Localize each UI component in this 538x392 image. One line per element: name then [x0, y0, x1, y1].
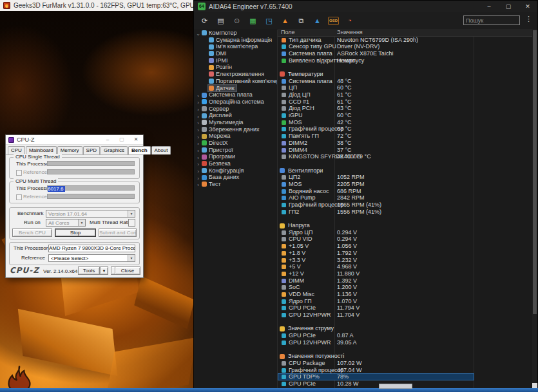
tab[interactable]: About	[151, 146, 171, 154]
sensor-row[interactable]: Пам'ять ГП 72 °C	[278, 133, 474, 140]
cpuz-titlebar[interactable]: CPU-Z – ▢ ✕	[6, 135, 143, 145]
sensor-row[interactable]: DIMM4 37 °C	[278, 147, 474, 154]
tab[interactable]: SPD	[83, 146, 100, 154]
tree-item[interactable]: ⌄Комп'ютер	[194, 30, 277, 37]
toolbar-icon[interactable]: OSD	[328, 17, 339, 25]
toolbar-icon[interactable]: ▲	[280, 15, 291, 26]
sensor-row[interactable]: Сенсор типу GPU Driver (NV-DRV)	[278, 43, 474, 50]
tree-expander-icon[interactable]: ⌄	[195, 31, 201, 38]
submit-compare-button[interactable]: Submit and Compare	[99, 229, 137, 237]
tools-button[interactable]: Tools	[78, 266, 100, 275]
sensor-row[interactable]: Водяний насос 686 RPM	[278, 188, 474, 195]
sensor-row[interactable]: +1.05 V 1.056 V	[278, 243, 474, 250]
sensor-row[interactable]: ЦП2 1052 RPM	[278, 174, 474, 181]
tree-item[interactable]: Розгін	[194, 64, 277, 71]
tab[interactable]: Graphics	[101, 146, 128, 154]
aida64-titlebar[interactable]: 64 AIDA64 Engineer v7.65.7400 – ▢ ✕	[194, 1, 537, 12]
tree-item[interactable]: Датчик	[194, 85, 277, 92]
tree-item[interactable]: Ім'я комп'ютера	[194, 43, 277, 50]
close-button[interactable]: ✕	[129, 135, 143, 144]
tree-item[interactable]: ›Системна плата	[194, 91, 277, 98]
sensor-row[interactable]: Системна плата ASRock X870E Taichi	[278, 50, 474, 57]
sensor-row[interactable]: MOS 42 °C	[278, 119, 474, 126]
sensor-row[interactable]: Діод ЦП 61 °C	[278, 91, 474, 98]
tree-item[interactable]: Сумарна інформація	[194, 37, 277, 44]
sensor-row[interactable]: DIMM 1.392 V	[278, 277, 474, 285]
sensor-row[interactable]: KINGSTON SFYRDK4000G 42 °C / 79 °C	[278, 153, 474, 160]
column-header-value[interactable]: Значення	[337, 29, 363, 36]
reference-checkbox[interactable]	[16, 194, 22, 200]
tree-item[interactable]: Електроживлення	[194, 71, 277, 78]
sensor-row[interactable]: Тип датчика Nuvoton NCT6799D (ISA 290h)	[278, 37, 474, 44]
bench-cpu-button[interactable]: Bench CPU	[12, 229, 52, 237]
tools-dropdown-button[interactable]: ▼	[100, 266, 108, 275]
sensor-row[interactable]: CPU VID 0.294 V	[278, 236, 474, 243]
close-button-footer[interactable]: Close	[115, 266, 140, 275]
sensor-row[interactable]: VDD Misc 1.136 V	[278, 291, 474, 298]
toolbar-icon[interactable]: ▤	[215, 15, 226, 26]
minimize-button[interactable]: –	[101, 135, 115, 144]
sensor-row[interactable]: Виявлено відкриття корпусу Немає	[278, 57, 474, 64]
tree-item[interactable]: ›Сервер	[194, 106, 277, 113]
sensor-row[interactable]: GPU 12VHPWR 39.05 A	[278, 339, 474, 346]
sensor-row[interactable]: +12 V 11.880 V	[278, 270, 474, 277]
tree-item[interactable]: ›Дисплей	[194, 112, 277, 119]
sensor-row[interactable]: Графічний процесор 1565 RPM (41%)	[278, 201, 474, 209]
sensor-row[interactable]: Графічний процесор 63 °C	[278, 126, 474, 133]
tree-item[interactable]: ›Мережа	[194, 133, 277, 140]
toolbar-icon[interactable]: ◔	[344, 15, 355, 26]
maximize-button[interactable]: ▢	[499, 1, 518, 12]
sensor-row[interactable]: +1.8 V 1.792 V	[278, 250, 474, 257]
tree-item[interactable]: IPMI	[194, 57, 277, 64]
sensor-row[interactable]: Діод PCH 63 °C	[278, 105, 474, 112]
taskbar-edge[interactable]	[0, 388, 538, 392]
sensor-row[interactable]: GPU PCIe 0.87 A	[278, 332, 474, 339]
sensor-row[interactable]: MOS 2205 RPM	[278, 181, 474, 188]
sensor-row[interactable]: ЦП 60 °C	[278, 84, 474, 91]
run-on-select[interactable]: All Cores ▼	[46, 219, 86, 227]
tree-item[interactable]: ›Пристрої	[194, 147, 277, 154]
tree-item[interactable]: ›Безпека	[194, 160, 277, 167]
tree-item[interactable]: ›Збереження даних	[194, 126, 277, 133]
toolbar-icon[interactable]: ◳	[264, 15, 274, 26]
tree-expander-icon[interactable]: ›	[195, 182, 201, 189]
tree-item[interactable]: ›Тест	[194, 181, 277, 188]
toolbar-icon[interactable]: ⟳	[199, 15, 210, 26]
sensor-row[interactable]: SoC 1.200 V	[278, 284, 474, 291]
sensor-row[interactable]: AIO Pump 2842 RPM	[278, 194, 474, 201]
maximize-button[interactable]: ▢	[115, 135, 129, 144]
sensor-row[interactable]: +3.3 V 3.232 V	[278, 257, 474, 264]
search-input[interactable]	[463, 15, 520, 25]
scrollbar-thumb[interactable]	[533, 30, 537, 314]
reference-select[interactable]: <Please Select> ▼	[48, 254, 135, 262]
toolbar-icon[interactable]: ⊙	[231, 15, 242, 26]
reference-checkbox[interactable]	[16, 170, 22, 176]
tab[interactable]: Bench	[128, 146, 150, 154]
scrollbar-bottom[interactable]	[532, 383, 537, 388]
tree-item[interactable]: DMI	[194, 50, 277, 57]
sensor-row[interactable]: Графічний процесор 467.04 W	[278, 367, 474, 374]
sensor-row[interactable]: DIMM2 38 °C	[278, 140, 474, 147]
tree-item[interactable]: ›Програми	[194, 153, 277, 160]
tree-item[interactable]: Портативний комп'ютер	[194, 78, 277, 85]
sensor-row[interactable]: CPU Package 107.02 W	[278, 360, 474, 367]
sensor-row[interactable]: GPU TDP% 78%	[278, 373, 474, 380]
sensor-row[interactable]: ГП2 1556 RPM (41%)	[278, 209, 474, 216]
sensor-row[interactable]: GPU PCIe 10.28 W	[278, 380, 474, 387]
stop-button[interactable]: Stop	[55, 229, 96, 237]
tree-item[interactable]: ›База даних	[194, 174, 277, 181]
vertical-scrollbar[interactable]	[532, 29, 537, 388]
tree-item[interactable]: ›Мультимедіа	[194, 119, 277, 126]
sensor-row[interactable]: Ядро ЦП 0.294 V	[278, 229, 474, 236]
toolbar-icon[interactable]: ▦	[247, 15, 258, 26]
mt-ratio-input[interactable]	[128, 219, 135, 227]
sensor-row[interactable]: Системна плата 48 °C	[278, 78, 474, 85]
sensor-row[interactable]: GPU 12VHPWR 11.704 V	[278, 312, 474, 319]
column-header-field[interactable]: Поле	[281, 29, 295, 36]
tree-item[interactable]: ›Конфігурація	[194, 167, 277, 174]
benchmark-version-select[interactable]: Version 17.01.64 ▼	[46, 210, 135, 218]
sensor-row[interactable]: +5 V 4.968 V	[278, 263, 474, 270]
tree-item[interactable]: ›Операційна система	[194, 98, 277, 106]
toolbar-icon[interactable]: ▲	[312, 15, 323, 26]
minimize-button[interactable]: –	[479, 1, 499, 12]
